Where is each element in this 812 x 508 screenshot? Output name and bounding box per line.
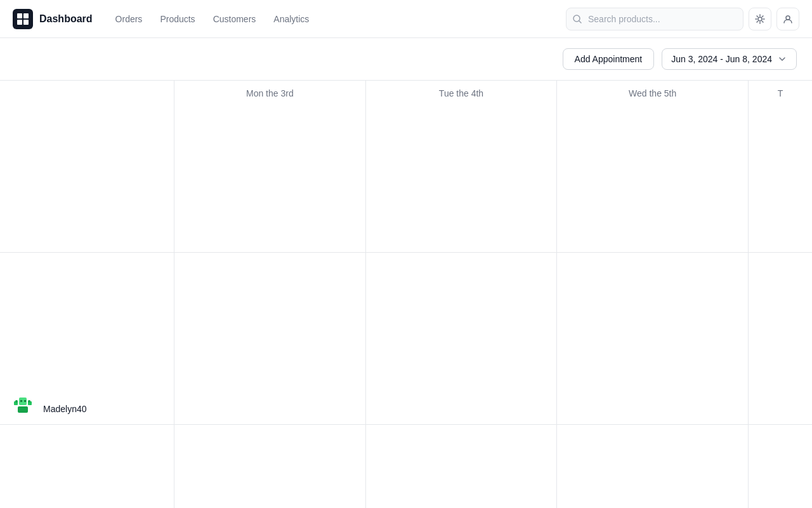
user-profile-button[interactable] [776, 8, 799, 30]
add-appointment-button[interactable]: Add Appointment [563, 48, 655, 70]
calendar-cell-marcellus-mon[interactable] [174, 425, 366, 508]
brand-title: Dashboard [39, 13, 93, 25]
search-icon [572, 14, 582, 24]
calendar-cell-madelyn-thu[interactable] [749, 253, 812, 424]
calendar-cell-madelyn-tue[interactable] [366, 253, 558, 424]
svg-rect-14 [15, 400, 18, 403]
calendar-rows: Madelyn40 [0, 253, 812, 508]
svg-rect-2 [23, 13, 29, 18]
svg-rect-10 [20, 400, 22, 402]
calendar: Mon the 3rd Tue the 4th Wed the 5th T [0, 80, 812, 508]
user-name-madelyn: Madelyn40 [43, 404, 87, 414]
navbar-right [566, 8, 799, 30]
calendar-header-label-col [0, 81, 174, 252]
calendar-header-wed: Wed the 5th [557, 81, 749, 252]
search-container [566, 8, 743, 30]
calendar-cell-marcellus-tue[interactable] [366, 425, 558, 508]
calendar-cell-marcellus-thu[interactable] [749, 425, 812, 508]
avatar [10, 389, 36, 414]
svg-rect-1 [17, 13, 22, 18]
svg-point-7 [786, 16, 790, 20]
table-row: Madelyn40 [0, 253, 812, 425]
brand: Dashboard [13, 9, 93, 29]
add-appointment-label: Add Appointment [575, 54, 643, 64]
table-row: Marcellus_Reichel [0, 425, 812, 508]
search-input[interactable] [566, 8, 743, 30]
calendar-cell-madelyn-wed[interactable] [557, 253, 749, 424]
nav-link-customers[interactable]: Customers [206, 10, 264, 28]
nav-link-analytics[interactable]: Analytics [266, 10, 317, 28]
calendar-header: Mon the 3rd Tue the 4th Wed the 5th T [0, 81, 812, 253]
calendar-cell-madelyn-mon[interactable] [174, 253, 366, 424]
svg-rect-0 [13, 9, 33, 29]
avatar-madelyn-icon [10, 389, 36, 414]
sun-icon [755, 14, 765, 24]
chevron-down-icon [777, 54, 787, 64]
nav-link-orders[interactable]: Orders [108, 10, 150, 28]
row-label-marcellus: Marcellus_Reichel [0, 425, 174, 508]
user-icon [783, 14, 793, 24]
row-label-madelyn: Madelyn40 [0, 253, 174, 424]
svg-rect-15 [28, 400, 30, 403]
calendar-header-thu: T [749, 81, 812, 252]
svg-rect-3 [17, 20, 22, 25]
theme-toggle-button[interactable] [749, 8, 771, 30]
calendar-header-mon: Mon the 3rd [174, 81, 366, 252]
svg-rect-8 [18, 406, 28, 413]
svg-rect-11 [24, 400, 26, 402]
calendar-header-tue: Tue the 4th [366, 81, 558, 252]
nav-links: Orders Products Customers Analytics [108, 10, 317, 28]
date-range-button[interactable]: Jun 3, 2024 - Jun 8, 2024 [662, 48, 797, 70]
svg-rect-4 [23, 20, 29, 25]
toolbar: Add Appointment Jun 3, 2024 - Jun 8, 202… [0, 38, 812, 80]
navbar: Dashboard Orders Products Customers Anal… [0, 0, 812, 38]
nav-link-products[interactable]: Products [152, 10, 202, 28]
calendar-cell-marcellus-wed[interactable] [557, 425, 749, 508]
brand-icon [13, 9, 33, 29]
svg-point-6 [758, 17, 762, 21]
date-range-label: Jun 3, 2024 - Jun 8, 2024 [671, 54, 772, 64]
